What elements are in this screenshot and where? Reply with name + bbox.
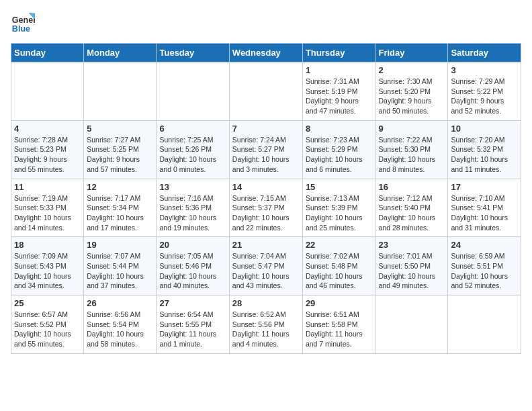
day-info: Sunrise: 7:04 AM Sunset: 5:47 PM Dayligh… (232, 251, 300, 291)
page-header: General Blue (11, 11, 521, 35)
day-number: 14 (232, 182, 300, 192)
day-number: 20 (159, 240, 226, 250)
day-number: 23 (378, 240, 445, 250)
day-header-tuesday: Tuesday (157, 44, 229, 62)
calendar-cell: 18Sunrise: 7:09 AM Sunset: 5:43 PM Dayli… (11, 237, 84, 295)
day-number: 6 (159, 124, 226, 134)
day-info: Sunrise: 7:28 AM Sunset: 5:23 PM Dayligh… (14, 135, 81, 175)
day-header-friday: Friday (375, 44, 448, 62)
calendar-table: SundayMondayTuesdayWednesdayThursdayFrid… (11, 43, 521, 354)
week-row-4: 18Sunrise: 7:09 AM Sunset: 5:43 PM Dayli… (11, 237, 521, 295)
day-header-sunday: Sunday (11, 44, 84, 62)
calendar-cell: 17Sunrise: 7:10 AM Sunset: 5:41 PM Dayli… (448, 179, 521, 237)
day-number: 1 (306, 65, 373, 75)
day-info: Sunrise: 6:52 AM Sunset: 5:56 PM Dayligh… (232, 310, 300, 349)
day-header-thursday: Thursday (302, 44, 375, 62)
day-info: Sunrise: 6:59 AM Sunset: 5:51 PM Dayligh… (451, 251, 518, 291)
calendar-cell: 11Sunrise: 7:19 AM Sunset: 5:33 PM Dayli… (11, 179, 84, 237)
calendar-header-row: SundayMondayTuesdayWednesdayThursdayFrid… (11, 44, 521, 62)
day-info: Sunrise: 7:07 AM Sunset: 5:44 PM Dayligh… (87, 251, 153, 291)
calendar-cell: 4Sunrise: 7:28 AM Sunset: 5:23 PM Daylig… (11, 120, 84, 179)
day-number: 28 (232, 298, 300, 308)
day-info: Sunrise: 7:09 AM Sunset: 5:43 PM Dayligh… (14, 251, 81, 291)
calendar-cell (229, 62, 302, 121)
calendar-cell: 25Sunrise: 6:57 AM Sunset: 5:52 PM Dayli… (11, 295, 84, 354)
day-number: 5 (87, 124, 153, 134)
day-info: Sunrise: 7:31 AM Sunset: 5:19 PM Dayligh… (306, 77, 373, 116)
week-row-3: 11Sunrise: 7:19 AM Sunset: 5:33 PM Dayli… (11, 179, 521, 237)
day-number: 16 (378, 182, 445, 192)
calendar-cell (375, 295, 448, 354)
day-info: Sunrise: 6:57 AM Sunset: 5:52 PM Dayligh… (14, 310, 81, 349)
week-row-1: 1Sunrise: 7:31 AM Sunset: 5:19 PM Daylig… (11, 62, 521, 121)
calendar-cell: 21Sunrise: 7:04 AM Sunset: 5:47 PM Dayli… (229, 237, 302, 295)
calendar-cell: 22Sunrise: 7:02 AM Sunset: 5:48 PM Dayli… (302, 237, 375, 295)
day-info: Sunrise: 7:20 AM Sunset: 5:32 PM Dayligh… (451, 135, 518, 175)
day-info: Sunrise: 7:27 AM Sunset: 5:25 PM Dayligh… (87, 135, 153, 175)
calendar-cell: 9Sunrise: 7:22 AM Sunset: 5:30 PM Daylig… (375, 120, 448, 179)
day-info: Sunrise: 7:01 AM Sunset: 5:50 PM Dayligh… (378, 251, 445, 291)
day-number: 26 (87, 298, 153, 308)
day-number: 12 (87, 182, 153, 192)
day-info: Sunrise: 7:16 AM Sunset: 5:36 PM Dayligh… (159, 193, 226, 233)
day-number: 8 (306, 124, 373, 134)
calendar-cell: 24Sunrise: 6:59 AM Sunset: 5:51 PM Dayli… (448, 237, 521, 295)
day-info: Sunrise: 7:22 AM Sunset: 5:30 PM Dayligh… (378, 135, 445, 175)
logo-icon: General Blue (11, 11, 35, 35)
day-number: 2 (378, 65, 445, 75)
day-number: 18 (14, 240, 81, 250)
day-number: 15 (306, 182, 373, 192)
calendar-cell: 6Sunrise: 7:25 AM Sunset: 5:26 PM Daylig… (157, 120, 229, 179)
calendar-cell: 26Sunrise: 6:56 AM Sunset: 5:54 PM Dayli… (84, 295, 157, 354)
calendar-cell: 8Sunrise: 7:23 AM Sunset: 5:29 PM Daylig… (302, 120, 375, 179)
day-info: Sunrise: 7:10 AM Sunset: 5:41 PM Dayligh… (451, 193, 518, 233)
day-number: 29 (306, 298, 373, 308)
day-number: 3 (451, 65, 518, 75)
day-number: 22 (306, 240, 373, 250)
day-info: Sunrise: 7:17 AM Sunset: 5:34 PM Dayligh… (87, 193, 153, 233)
calendar-cell: 10Sunrise: 7:20 AM Sunset: 5:32 PM Dayli… (448, 120, 521, 179)
day-number: 9 (378, 124, 445, 134)
calendar-cell: 29Sunrise: 6:51 AM Sunset: 5:58 PM Dayli… (302, 295, 375, 354)
calendar-cell: 16Sunrise: 7:12 AM Sunset: 5:40 PM Dayli… (375, 179, 448, 237)
calendar-cell: 23Sunrise: 7:01 AM Sunset: 5:50 PM Dayli… (375, 237, 448, 295)
day-info: Sunrise: 7:29 AM Sunset: 5:22 PM Dayligh… (451, 77, 518, 116)
week-row-2: 4Sunrise: 7:28 AM Sunset: 5:23 PM Daylig… (11, 120, 521, 179)
day-info: Sunrise: 7:13 AM Sunset: 5:39 PM Dayligh… (306, 193, 373, 233)
day-number: 27 (159, 298, 226, 308)
calendar-cell (157, 62, 229, 121)
calendar-cell: 2Sunrise: 7:30 AM Sunset: 5:20 PM Daylig… (375, 62, 448, 121)
day-number: 4 (14, 124, 81, 134)
day-number: 17 (451, 182, 518, 192)
logo: General Blue (11, 11, 35, 35)
day-info: Sunrise: 7:12 AM Sunset: 5:40 PM Dayligh… (378, 193, 445, 233)
day-info: Sunrise: 6:54 AM Sunset: 5:55 PM Dayligh… (159, 310, 226, 349)
calendar-cell: 14Sunrise: 7:15 AM Sunset: 5:37 PM Dayli… (229, 179, 302, 237)
calendar-cell: 19Sunrise: 7:07 AM Sunset: 5:44 PM Dayli… (84, 237, 157, 295)
day-number: 21 (232, 240, 300, 250)
svg-text:Blue: Blue (12, 24, 30, 34)
day-number: 24 (451, 240, 518, 250)
day-info: Sunrise: 7:23 AM Sunset: 5:29 PM Dayligh… (306, 135, 373, 175)
day-info: Sunrise: 7:30 AM Sunset: 5:20 PM Dayligh… (378, 77, 445, 116)
calendar-cell: 13Sunrise: 7:16 AM Sunset: 5:36 PM Dayli… (157, 179, 229, 237)
day-number: 19 (87, 240, 153, 250)
calendar-cell: 5Sunrise: 7:27 AM Sunset: 5:25 PM Daylig… (84, 120, 157, 179)
calendar-cell (448, 295, 521, 354)
day-number: 7 (232, 124, 300, 134)
week-row-5: 25Sunrise: 6:57 AM Sunset: 5:52 PM Dayli… (11, 295, 521, 354)
calendar-cell: 1Sunrise: 7:31 AM Sunset: 5:19 PM Daylig… (302, 62, 375, 121)
day-info: Sunrise: 6:51 AM Sunset: 5:58 PM Dayligh… (306, 310, 373, 349)
day-info: Sunrise: 7:25 AM Sunset: 5:26 PM Dayligh… (159, 135, 226, 175)
calendar-cell: 27Sunrise: 6:54 AM Sunset: 5:55 PM Dayli… (157, 295, 229, 354)
day-header-monday: Monday (84, 44, 157, 62)
calendar-cell: 20Sunrise: 7:05 AM Sunset: 5:46 PM Dayli… (157, 237, 229, 295)
calendar-cell (11, 62, 84, 121)
calendar-cell: 12Sunrise: 7:17 AM Sunset: 5:34 PM Dayli… (84, 179, 157, 237)
day-number: 25 (14, 298, 81, 308)
calendar-cell: 28Sunrise: 6:52 AM Sunset: 5:56 PM Dayli… (229, 295, 302, 354)
day-number: 10 (451, 124, 518, 134)
day-number: 11 (14, 182, 81, 192)
day-number: 13 (159, 182, 226, 192)
day-info: Sunrise: 7:02 AM Sunset: 5:48 PM Dayligh… (306, 251, 373, 291)
